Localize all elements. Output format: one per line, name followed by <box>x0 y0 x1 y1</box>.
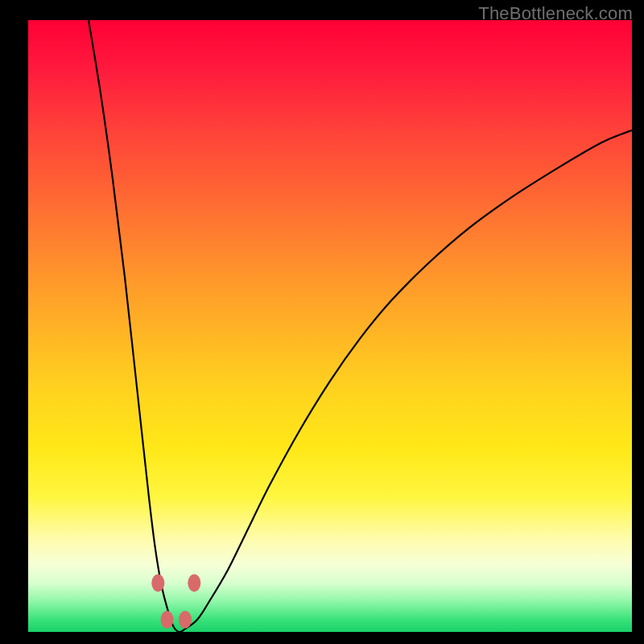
curve-marker <box>151 574 164 592</box>
plot-area <box>28 20 632 632</box>
bottleneck-curve <box>89 20 632 632</box>
curve-markers <box>151 574 200 629</box>
watermark-text: TheBottleneck.com <box>478 3 633 24</box>
curve-marker <box>161 611 174 629</box>
curve-layer <box>28 20 632 632</box>
curve-marker <box>188 574 200 592</box>
chart-frame: TheBottleneck.com <box>0 0 644 644</box>
curve-marker <box>179 611 192 629</box>
